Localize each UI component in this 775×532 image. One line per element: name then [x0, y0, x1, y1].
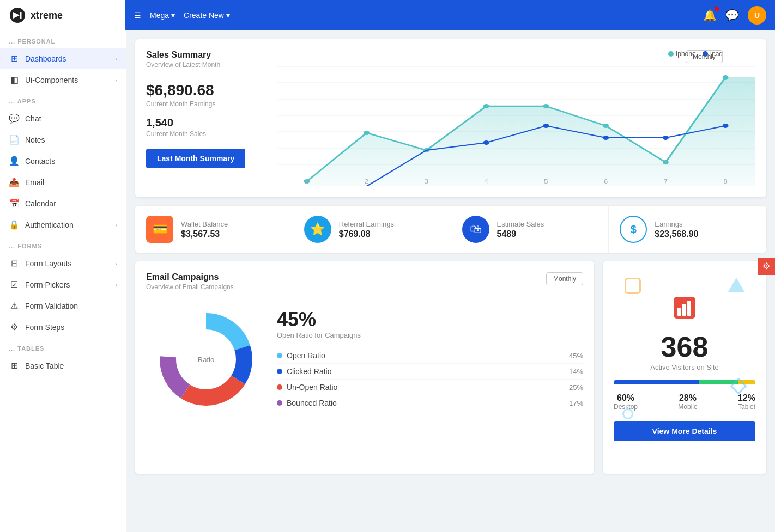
- bar-desktop: [614, 380, 699, 384]
- sales-count: 1,540: [146, 117, 266, 129]
- campaigns-period-button[interactable]: Monthly: [546, 272, 583, 285]
- sidebar-item-ui-components[interactable]: ◧ Ui-Components ›: [0, 69, 126, 90]
- svg-text:8: 8: [723, 179, 728, 185]
- ratio-open: Open Ratio 45%: [277, 348, 583, 364]
- view-more-details-button[interactable]: View More Details: [614, 421, 755, 441]
- calendar-label: Calendar: [25, 199, 117, 208]
- sidebar-item-dashboards[interactable]: ⊞ Dashboards ›: [0, 48, 126, 69]
- email-icon: 📤: [9, 177, 20, 187]
- percent-label: Open Ratio for Campaigns: [277, 331, 583, 339]
- svg-text:1: 1: [305, 179, 309, 185]
- sidebar-section-label: ... APPS: [0, 90, 126, 108]
- sidebar-item-form-pickers[interactable]: ☑ Form Pickers ›: [0, 274, 126, 295]
- ui-components-label: Ui-Components: [25, 76, 110, 84]
- arrow-icon: ›: [115, 282, 117, 288]
- estimate-title: Estimate Sales: [497, 220, 544, 228]
- sidebar-item-authentication[interactable]: 🔒 Authentication ›: [0, 214, 126, 235]
- form-layouts-icon: ⊟: [9, 258, 20, 268]
- deco-circle-left: [622, 408, 633, 419]
- sales-amount-label: Current Month Earnings: [146, 100, 266, 108]
- visitors-icon: [671, 294, 698, 326]
- chat-icon: 💬: [9, 113, 20, 124]
- notifications-button[interactable]: 🔔: [703, 9, 717, 22]
- donut-center-label: Ratio: [198, 356, 214, 364]
- logo-text: xtreme: [31, 10, 63, 21]
- legend-dot-iphone: [668, 51, 674, 57]
- form-steps-icon: ⚙: [9, 322, 20, 332]
- svg-text:5: 5: [544, 179, 548, 185]
- dot-open: [277, 353, 282, 358]
- contacts-label: Contacts: [25, 157, 117, 166]
- sidebar-item-contacts[interactable]: 👤 Contacts: [0, 150, 126, 172]
- bottom-row: Email Campaigns Overview of Email Campai…: [135, 261, 766, 474]
- stat-estimate: 🛍 Estimate Sales 5489: [451, 206, 609, 253]
- vbd-mobile: 28% Mobile: [678, 393, 697, 411]
- campaigns-subtitle: Overview of Email Campaigns: [146, 283, 234, 291]
- create-new-button[interactable]: Create New ▾: [184, 11, 230, 20]
- big-percent: 45%: [277, 308, 583, 331]
- dot-bounced: [277, 400, 282, 406]
- dashboards-label: Dashboards: [25, 54, 110, 63]
- campaigns-header-text: Email Campaigns Overview of Email Campai…: [146, 272, 234, 291]
- svg-rect-37: [677, 308, 681, 316]
- layout: ... PERSONAL⊞ Dashboards ›◧ Ui-Component…: [0, 30, 775, 532]
- authentication-icon: 🔒: [9, 219, 20, 230]
- settings-tab[interactable]: ⚙: [758, 258, 775, 275]
- chart-legend: Iphone Ipad Monthly: [668, 50, 723, 58]
- referral-value: $769.08: [339, 229, 394, 239]
- wallet-value: $3,567.53: [181, 229, 228, 239]
- ratio-bounced: Bounced Ratio 17%: [277, 395, 583, 411]
- earnings-value: $23,568.90: [655, 229, 698, 239]
- earnings-title: Earnings: [655, 220, 698, 228]
- dot-unopen: [277, 384, 282, 390]
- arrow-icon: ›: [115, 260, 117, 267]
- mobile-pct: 28%: [678, 393, 697, 403]
- sidebar-item-notes[interactable]: 📄 Notes: [0, 129, 126, 150]
- arrow-icon: ›: [115, 56, 117, 62]
- chat-label: Chat: [25, 114, 117, 123]
- svg-point-15: [543, 104, 549, 108]
- stat-earnings: $ Earnings $23,568.90: [609, 206, 766, 253]
- vbd-tablet: 12% Tablet: [738, 393, 755, 411]
- sidebar-item-form-validation[interactable]: ⚠ Form Validation: [0, 295, 126, 316]
- sidebar-item-chat[interactable]: 💬 Chat: [0, 108, 126, 129]
- mobile-label: Mobile: [678, 403, 697, 411]
- email-label: Email: [25, 178, 117, 187]
- sidebar-item-email[interactable]: 📤 Email: [0, 172, 126, 193]
- sales-count-label: Current Month Sales: [146, 130, 266, 138]
- sales-left: Sales Summary Overview of Latest Month $…: [146, 50, 266, 186]
- hamburger-button[interactable]: ☰: [134, 11, 141, 20]
- stat-estimate-info: Estimate Sales 5489: [497, 220, 544, 239]
- sidebar-item-form-steps[interactable]: ⚙ Form Steps: [0, 316, 126, 338]
- sidebar-item-calendar[interactable]: 📅 Calendar: [0, 193, 126, 214]
- authentication-label: Authentication: [25, 221, 110, 229]
- svg-rect-39: [687, 301, 691, 316]
- sales-amount: $6,890.68: [146, 82, 266, 99]
- campaigns-title: Email Campaigns: [146, 272, 234, 282]
- svg-point-20: [543, 124, 549, 128]
- messages-button[interactable]: 💬: [725, 9, 739, 22]
- svg-text:3: 3: [425, 179, 429, 185]
- last-month-summary-button[interactable]: Last Month Summary: [146, 149, 245, 168]
- visitors-inner: 368 Active Visitors on Site 60% Desktop: [614, 272, 755, 463]
- svg-point-18: [723, 75, 729, 80]
- sales-chart: 1 2 3 4 5 6 7 8: [277, 61, 755, 186]
- sidebar-item-form-layouts[interactable]: ⊟ Form Layouts ›: [0, 253, 126, 274]
- wallet-icon-box: 💳: [146, 216, 173, 243]
- avatar[interactable]: U: [748, 6, 766, 25]
- svg-point-19: [483, 140, 489, 145]
- deco-triangle-topright: [728, 278, 744, 292]
- mega-menu-button[interactable]: Mega ▾: [150, 11, 175, 20]
- sidebar-section-label: ... PERSONAL: [0, 30, 126, 48]
- basic-table-icon: ⊞: [9, 360, 20, 371]
- sidebar-item-basic-table[interactable]: ⊞ Basic Table: [0, 355, 126, 376]
- dashboards-icon: ⊞: [9, 53, 20, 64]
- sales-period-button[interactable]: Monthly: [686, 50, 723, 63]
- arrow-icon: ›: [115, 222, 117, 228]
- ratio-unopen: Un-Open Ratio 25%: [277, 380, 583, 395]
- tablet-pct: 12%: [738, 393, 755, 403]
- calendar-icon: 📅: [9, 198, 20, 209]
- topnav-right: 🔔 💬 U: [703, 6, 766, 25]
- stat-referral-info: Referral Earnings $769.08: [339, 220, 394, 239]
- deco-square-topleft: [625, 278, 641, 294]
